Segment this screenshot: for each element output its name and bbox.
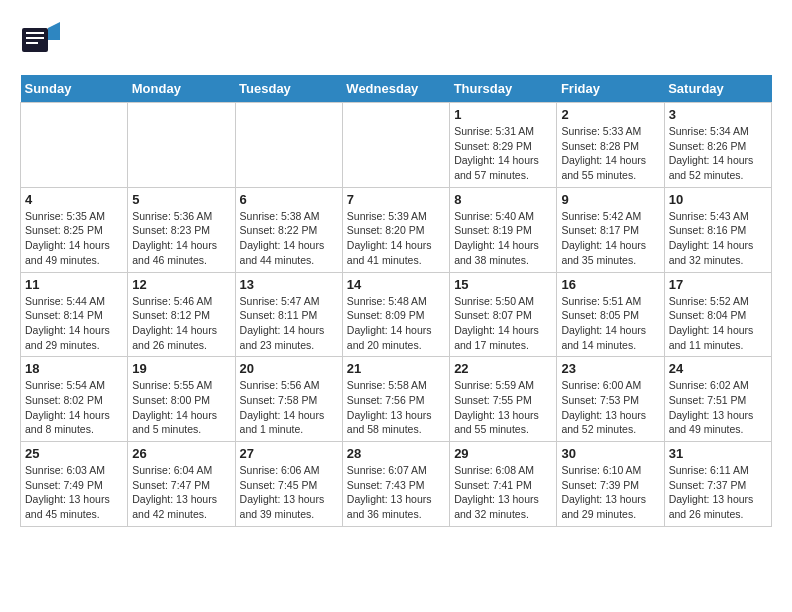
day-number: 5: [132, 192, 230, 207]
day-number: 21: [347, 361, 445, 376]
weekday-header: Monday: [128, 75, 235, 103]
calendar-day-cell: 23Sunrise: 6:00 AM Sunset: 7:53 PM Dayli…: [557, 357, 664, 442]
calendar-day-cell: 24Sunrise: 6:02 AM Sunset: 7:51 PM Dayli…: [664, 357, 771, 442]
calendar-day-cell: 25Sunrise: 6:03 AM Sunset: 7:49 PM Dayli…: [21, 442, 128, 527]
calendar-day-cell: 13Sunrise: 5:47 AM Sunset: 8:11 PM Dayli…: [235, 272, 342, 357]
day-detail: Sunrise: 5:39 AM Sunset: 8:20 PM Dayligh…: [347, 209, 445, 268]
svg-rect-0: [22, 28, 48, 52]
calendar-day-cell: 29Sunrise: 6:08 AM Sunset: 7:41 PM Dayli…: [450, 442, 557, 527]
day-number: 17: [669, 277, 767, 292]
day-detail: Sunrise: 5:35 AM Sunset: 8:25 PM Dayligh…: [25, 209, 123, 268]
weekday-header: Saturday: [664, 75, 771, 103]
calendar-day-cell: 22Sunrise: 5:59 AM Sunset: 7:55 PM Dayli…: [450, 357, 557, 442]
svg-rect-2: [26, 32, 44, 34]
calendar-day-cell: 4Sunrise: 5:35 AM Sunset: 8:25 PM Daylig…: [21, 187, 128, 272]
calendar-day-cell: 27Sunrise: 6:06 AM Sunset: 7:45 PM Dayli…: [235, 442, 342, 527]
day-detail: Sunrise: 5:34 AM Sunset: 8:26 PM Dayligh…: [669, 124, 767, 183]
day-detail: Sunrise: 5:38 AM Sunset: 8:22 PM Dayligh…: [240, 209, 338, 268]
day-number: 19: [132, 361, 230, 376]
calendar-day-cell: 7Sunrise: 5:39 AM Sunset: 8:20 PM Daylig…: [342, 187, 449, 272]
day-detail: Sunrise: 6:10 AM Sunset: 7:39 PM Dayligh…: [561, 463, 659, 522]
logo-icon: [20, 20, 60, 65]
calendar-day-cell: [235, 103, 342, 188]
calendar-day-cell: 10Sunrise: 5:43 AM Sunset: 8:16 PM Dayli…: [664, 187, 771, 272]
day-number: 29: [454, 446, 552, 461]
day-number: 7: [347, 192, 445, 207]
day-number: 2: [561, 107, 659, 122]
weekday-header: Tuesday: [235, 75, 342, 103]
calendar-day-cell: 9Sunrise: 5:42 AM Sunset: 8:17 PM Daylig…: [557, 187, 664, 272]
day-number: 26: [132, 446, 230, 461]
calendar-header-row: SundayMondayTuesdayWednesdayThursdayFrid…: [21, 75, 772, 103]
day-detail: Sunrise: 6:02 AM Sunset: 7:51 PM Dayligh…: [669, 378, 767, 437]
day-detail: Sunrise: 6:11 AM Sunset: 7:37 PM Dayligh…: [669, 463, 767, 522]
day-number: 22: [454, 361, 552, 376]
day-detail: Sunrise: 6:00 AM Sunset: 7:53 PM Dayligh…: [561, 378, 659, 437]
calendar-day-cell: 16Sunrise: 5:51 AM Sunset: 8:05 PM Dayli…: [557, 272, 664, 357]
day-detail: Sunrise: 5:51 AM Sunset: 8:05 PM Dayligh…: [561, 294, 659, 353]
calendar-week-row: 1Sunrise: 5:31 AM Sunset: 8:29 PM Daylig…: [21, 103, 772, 188]
day-detail: Sunrise: 5:52 AM Sunset: 8:04 PM Dayligh…: [669, 294, 767, 353]
calendar-day-cell: 19Sunrise: 5:55 AM Sunset: 8:00 PM Dayli…: [128, 357, 235, 442]
calendar-day-cell: 5Sunrise: 5:36 AM Sunset: 8:23 PM Daylig…: [128, 187, 235, 272]
calendar-day-cell: 21Sunrise: 5:58 AM Sunset: 7:56 PM Dayli…: [342, 357, 449, 442]
day-detail: Sunrise: 5:47 AM Sunset: 8:11 PM Dayligh…: [240, 294, 338, 353]
logo: [20, 20, 64, 65]
day-detail: Sunrise: 5:46 AM Sunset: 8:12 PM Dayligh…: [132, 294, 230, 353]
day-detail: Sunrise: 5:31 AM Sunset: 8:29 PM Dayligh…: [454, 124, 552, 183]
day-detail: Sunrise: 5:40 AM Sunset: 8:19 PM Dayligh…: [454, 209, 552, 268]
calendar-day-cell: 8Sunrise: 5:40 AM Sunset: 8:19 PM Daylig…: [450, 187, 557, 272]
day-number: 16: [561, 277, 659, 292]
day-number: 18: [25, 361, 123, 376]
day-detail: Sunrise: 5:55 AM Sunset: 8:00 PM Dayligh…: [132, 378, 230, 437]
day-number: 23: [561, 361, 659, 376]
day-number: 25: [25, 446, 123, 461]
day-number: 10: [669, 192, 767, 207]
calendar-day-cell: 1Sunrise: 5:31 AM Sunset: 8:29 PM Daylig…: [450, 103, 557, 188]
calendar-week-row: 18Sunrise: 5:54 AM Sunset: 8:02 PM Dayli…: [21, 357, 772, 442]
calendar-day-cell: 6Sunrise: 5:38 AM Sunset: 8:22 PM Daylig…: [235, 187, 342, 272]
calendar-week-row: 25Sunrise: 6:03 AM Sunset: 7:49 PM Dayli…: [21, 442, 772, 527]
day-number: 24: [669, 361, 767, 376]
day-detail: Sunrise: 6:04 AM Sunset: 7:47 PM Dayligh…: [132, 463, 230, 522]
calendar-day-cell: 28Sunrise: 6:07 AM Sunset: 7:43 PM Dayli…: [342, 442, 449, 527]
svg-rect-4: [26, 42, 38, 44]
calendar-day-cell: 3Sunrise: 5:34 AM Sunset: 8:26 PM Daylig…: [664, 103, 771, 188]
day-detail: Sunrise: 5:36 AM Sunset: 8:23 PM Dayligh…: [132, 209, 230, 268]
day-number: 4: [25, 192, 123, 207]
calendar-week-row: 11Sunrise: 5:44 AM Sunset: 8:14 PM Dayli…: [21, 272, 772, 357]
calendar-day-cell: 17Sunrise: 5:52 AM Sunset: 8:04 PM Dayli…: [664, 272, 771, 357]
calendar-day-cell: 15Sunrise: 5:50 AM Sunset: 8:07 PM Dayli…: [450, 272, 557, 357]
calendar-day-cell: [128, 103, 235, 188]
day-number: 31: [669, 446, 767, 461]
day-number: 15: [454, 277, 552, 292]
weekday-header: Wednesday: [342, 75, 449, 103]
day-detail: Sunrise: 5:56 AM Sunset: 7:58 PM Dayligh…: [240, 378, 338, 437]
day-detail: Sunrise: 6:06 AM Sunset: 7:45 PM Dayligh…: [240, 463, 338, 522]
weekday-header: Sunday: [21, 75, 128, 103]
calendar-day-cell: 11Sunrise: 5:44 AM Sunset: 8:14 PM Dayli…: [21, 272, 128, 357]
svg-rect-3: [26, 37, 44, 39]
calendar-day-cell: 14Sunrise: 5:48 AM Sunset: 8:09 PM Dayli…: [342, 272, 449, 357]
day-detail: Sunrise: 5:48 AM Sunset: 8:09 PM Dayligh…: [347, 294, 445, 353]
calendar-day-cell: 31Sunrise: 6:11 AM Sunset: 7:37 PM Dayli…: [664, 442, 771, 527]
day-detail: Sunrise: 6:03 AM Sunset: 7:49 PM Dayligh…: [25, 463, 123, 522]
day-detail: Sunrise: 5:54 AM Sunset: 8:02 PM Dayligh…: [25, 378, 123, 437]
day-number: 12: [132, 277, 230, 292]
calendar-day-cell: 2Sunrise: 5:33 AM Sunset: 8:28 PM Daylig…: [557, 103, 664, 188]
calendar-day-cell: 26Sunrise: 6:04 AM Sunset: 7:47 PM Dayli…: [128, 442, 235, 527]
day-detail: Sunrise: 5:44 AM Sunset: 8:14 PM Dayligh…: [25, 294, 123, 353]
day-number: 27: [240, 446, 338, 461]
calendar-day-cell: [21, 103, 128, 188]
calendar-day-cell: [342, 103, 449, 188]
day-detail: Sunrise: 5:58 AM Sunset: 7:56 PM Dayligh…: [347, 378, 445, 437]
day-number: 13: [240, 277, 338, 292]
day-detail: Sunrise: 5:50 AM Sunset: 8:07 PM Dayligh…: [454, 294, 552, 353]
calendar-day-cell: 20Sunrise: 5:56 AM Sunset: 7:58 PM Dayli…: [235, 357, 342, 442]
page-header: [20, 20, 772, 65]
day-detail: Sunrise: 5:33 AM Sunset: 8:28 PM Dayligh…: [561, 124, 659, 183]
day-number: 28: [347, 446, 445, 461]
day-number: 20: [240, 361, 338, 376]
day-number: 9: [561, 192, 659, 207]
day-detail: Sunrise: 6:07 AM Sunset: 7:43 PM Dayligh…: [347, 463, 445, 522]
